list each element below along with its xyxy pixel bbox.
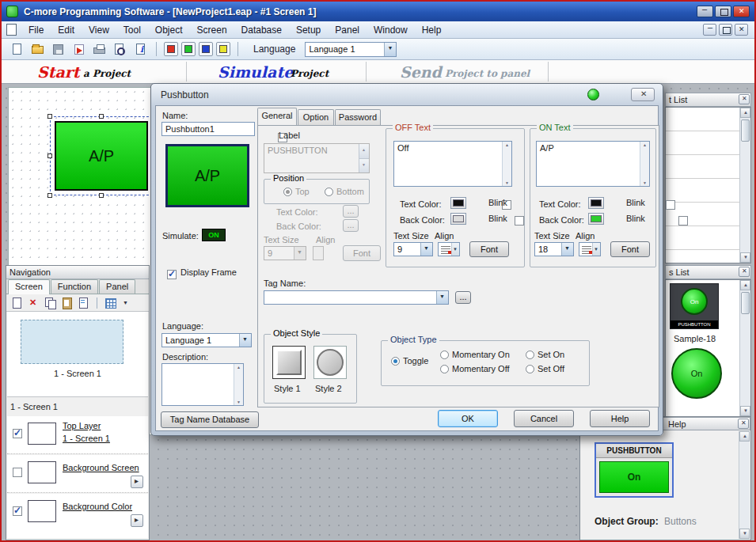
chevron-down-icon[interactable] [120,297,135,309]
position-bottom-radio[interactable] [325,188,333,196]
on-text-size-combo[interactable]: 18 [534,242,574,256]
dialog-close-button[interactable] [631,88,655,101]
scrollbar[interactable] [234,364,243,405]
tab-general[interactable]: General [257,108,297,125]
scroll-up-icon[interactable] [739,431,750,442]
properties-icon[interactable] [76,297,90,309]
menu-window[interactable]: Window [367,23,415,37]
ok-button[interactable]: OK [438,410,498,427]
color-yellow-button[interactable] [216,42,230,56]
type-momentary-off-radio[interactable] [440,365,449,373]
type-momentary-on-radio[interactable] [440,351,449,359]
on-back-blink-checkbox[interactable] [678,216,688,226]
label-align-button[interactable] [313,246,324,260]
spin-down-icon[interactable] [359,159,369,173]
save-project-button[interactable] [49,41,66,57]
spinner[interactable] [359,144,369,172]
cancel-button[interactable]: Cancel [514,410,574,427]
type-set-on-radio[interactable] [526,351,534,359]
mdi-close-button[interactable] [735,24,748,36]
print-button[interactable] [90,41,108,57]
layer-visible-checkbox[interactable] [13,506,22,516]
mdi-minimize-button[interactable] [703,24,716,36]
off-text-color-button[interactable] [450,197,466,209]
pushbutton-object[interactable]: A/P [55,121,148,191]
type-toggle-radio[interactable] [391,357,400,366]
nav-tab-function[interactable]: Function [51,279,98,294]
minimize-button[interactable] [697,6,713,17]
off-back-blink-checkbox[interactable] [515,216,524,226]
on-align-button[interactable] [579,242,601,256]
label-text-input[interactable]: PUSHBUTTON [264,143,370,173]
off-font-button[interactable]: Font [469,241,509,257]
nav-tab-screen[interactable]: Screen [8,279,50,294]
style2-tile[interactable] [313,346,347,379]
nav-tab-panel[interactable]: Panel [99,279,135,294]
menu-setup[interactable]: Setup [289,23,328,37]
object-list-scrollbar[interactable] [739,108,750,263]
scrollbar[interactable] [502,142,511,186]
start-project-link[interactable]: Start [37,63,80,81]
layer-row-background-color[interactable]: Background Color [7,494,148,538]
print-preview-button[interactable] [111,41,128,57]
scrollbar[interactable] [640,142,649,186]
layer-visible-checkbox[interactable] [13,429,22,438]
menu-tool[interactable]: Tool [116,23,148,37]
scroll-thumb[interactable] [741,119,750,142]
menu-help[interactable]: Help [415,23,449,37]
scroll-up-icon[interactable] [740,280,750,290]
send-project-link[interactable]: Send [400,63,442,81]
color-blue-button[interactable] [199,42,213,56]
help-scrollbar[interactable] [739,431,750,539]
label-text-color-button[interactable]: ... [343,205,359,218]
scroll-down-icon[interactable] [740,252,750,263]
off-back-color-button[interactable] [450,213,466,225]
name-input[interactable]: Pushbutton1 [161,122,255,136]
menu-database[interactable]: Database [234,23,289,37]
tab-password[interactable]: Password [335,109,381,125]
type-set-off-radio[interactable] [526,365,534,373]
parts-list-scrollbar[interactable] [739,280,750,416]
chevron-down-icon[interactable] [239,334,251,347]
simulate-state-toggle[interactable]: ON [202,229,226,241]
scroll-thumb[interactable] [741,292,750,314]
on-back-color-button[interactable] [588,213,604,225]
new-screen-icon[interactable] [9,297,24,309]
screen-thumbnail[interactable] [21,320,123,364]
info-button[interactable] [131,41,149,57]
off-text-input[interactable]: Off [393,141,512,187]
on-text-blink-checkbox[interactable] [666,200,675,210]
parts-list-item-selected[interactable]: On PUSHBUTTON [670,283,719,329]
tab-option[interactable]: Option [298,109,334,125]
chevron-down-icon[interactable] [436,291,448,304]
layer-label[interactable]: Top Layer [63,421,101,430]
selection-handle[interactable] [99,114,104,119]
view-mode-icon[interactable] [104,297,118,309]
layer-visible-checkbox[interactable] [13,468,22,477]
selection-handle[interactable] [47,114,52,119]
new-project-button[interactable] [8,41,25,57]
close-button[interactable] [733,6,750,17]
menu-panel[interactable]: Panel [328,23,367,37]
selection-handle[interactable] [47,154,52,158]
label-text-size-combo[interactable]: 9 [264,246,306,260]
mdi-restore-button[interactable] [719,24,732,36]
layer-sub-label[interactable]: 1 - Screen 1 [63,434,110,443]
scroll-down-icon[interactable] [740,406,750,416]
copy-icon[interactable] [43,297,57,309]
selection-handle[interactable] [47,193,52,198]
off-align-button[interactable] [438,242,460,256]
position-top-radio[interactable] [283,188,292,196]
chevron-down-icon[interactable] [420,243,432,256]
menu-object[interactable]: Object [148,23,190,37]
color-red-button[interactable] [164,42,178,56]
screen-list-item[interactable]: 1 - Screen 1 [10,402,58,411]
layer-options-button[interactable] [131,476,143,488]
object-list-content[interactable] [665,107,751,263]
color-green-button[interactable] [181,42,196,56]
language-combo[interactable]: Language 1 [161,333,252,347]
label-font-button[interactable]: Font [343,245,381,261]
selection-handle[interactable] [99,193,104,198]
delete-screen-icon[interactable] [26,297,40,309]
tag-name-combo[interactable] [264,290,449,305]
